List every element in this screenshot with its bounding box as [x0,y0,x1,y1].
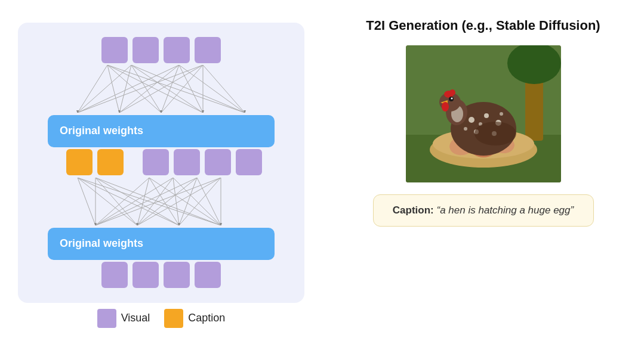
mid-node-purple-1 [143,149,169,175]
svg-line-34 [137,178,149,225]
svg-point-72 [464,127,467,131]
svg-line-30 [95,178,137,225]
bottom-node-3 [164,262,190,288]
caption-box: Caption: “a hen is hatching a huge egg” [373,194,594,227]
mid-node-purple-3 [205,149,231,175]
caption-legend-item: Caption [164,309,225,328]
bottom-node-2 [133,262,159,288]
chicken-image [406,45,561,182]
right-title: T2I Generation (e.g., Stable Diffusion) [366,18,600,33]
right-panel: T2I Generation (e.g., Stable Diffusion) [322,0,644,350]
svg-line-33 [95,178,149,225]
bottom-node-row [101,262,221,288]
bottom-node-4 [195,262,221,288]
legend: Visual Caption [97,309,226,328]
caption-quote: “a hen is hatching a huge egg” [437,205,574,216]
visual-legend-label: Visual [121,312,150,324]
mid-node-row [60,149,262,175]
svg-point-79 [449,89,455,95]
svg-line-1 [107,65,119,113]
top-weight-bar: Original weights [48,115,275,147]
visual-legend-item: Visual [97,309,150,328]
mid-node-orange-1 [66,149,93,175]
svg-point-65 [469,117,474,123]
svg-point-77 [442,102,449,111]
svg-line-39 [173,178,179,225]
lower-connections [48,178,275,225]
diagram-container: Original weights [18,23,304,303]
svg-point-82 [474,122,516,145]
svg-line-31 [95,178,179,225]
svg-point-81 [451,98,452,100]
bottom-weight-bar-label: Original weights [60,237,143,250]
top-node-3 [164,37,190,63]
svg-point-66 [484,113,489,118]
caption-keyword: Caption: [393,205,434,216]
svg-line-38 [137,178,173,225]
caption-legend-box [164,309,183,328]
top-weight-bar-label: Original weights [60,125,143,137]
bottom-node-1 [101,262,128,288]
svg-line-2 [107,65,161,113]
svg-point-71 [500,112,503,116]
svg-line-5 [78,65,131,113]
bottom-weight-bar: Original weights [48,228,275,260]
left-panel: Original weights [0,0,322,350]
mid-node-orange-2 [97,149,124,175]
top-node-2 [133,37,159,63]
svg-line-40 [173,178,221,225]
svg-line-16 [119,65,203,113]
top-node-4 [195,37,221,63]
svg-line-7 [131,65,161,113]
caption-text: Caption: “a hen is hatching a huge egg” [393,205,574,216]
mid-node-purple-4 [236,149,262,175]
top-node-row [101,37,221,63]
visual-legend-box [97,309,116,328]
top-node-1 [101,37,128,63]
mid-node-purple-2 [174,149,200,175]
svg-line-15 [78,65,203,113]
caption-legend-label: Caption [188,312,225,324]
upper-connections [48,65,275,113]
